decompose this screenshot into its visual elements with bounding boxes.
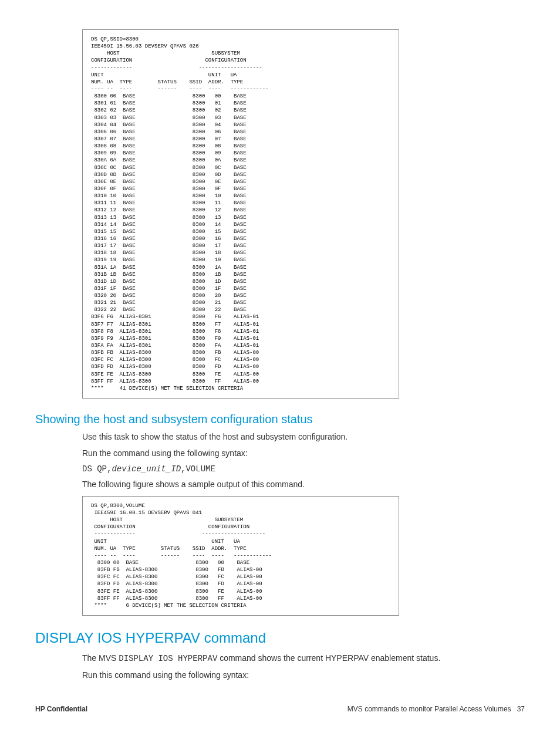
command-prefix: DS QP,	[82, 464, 112, 474]
para-use-task: Use this task to show the status of the …	[82, 431, 525, 443]
terminal-output-figure-1: DS QP,SSID=8300 IEE459I 15.56.03 DEVSERV…	[82, 29, 399, 399]
terminal-output-2: DS QP,8300,VOLUME IEE459I 16.00.15 DEVSE…	[91, 502, 390, 609]
section-heading-config-status: Showing the host and subsystem configura…	[35, 413, 525, 426]
footer-confidential: HP Confidential	[35, 705, 87, 713]
command-variable: device_unit_ID	[112, 464, 181, 474]
page-number: 37	[517, 705, 525, 713]
para-following-figure: The following figure shows a sample outp…	[82, 478, 525, 490]
terminal-output-figure-2: DS QP,8300,VOLUME IEE459I 16.00.15 DEVSE…	[82, 496, 399, 616]
terminal-output-1: DS QP,SSID=8300 IEE459I 15.56.03 DEVSERV…	[91, 36, 390, 392]
section-heading-display-ios: DISPLAY IOS HYPERPAV command	[35, 630, 525, 646]
inline-command: DISPLAY IOS HYPERPAV	[119, 654, 217, 663]
para-mvs-command: The MVS DISPLAY IOS HYPERPAV command sho…	[82, 652, 525, 664]
para-run-syntax: Run this command using the following syn…	[82, 669, 525, 681]
para-run-command: Run the command using the following synt…	[82, 447, 525, 459]
command-syntax-volume: DS QP,device_unit_ID,VOLUME	[82, 464, 525, 474]
page-footer: HP Confidential MVS commands to monitor …	[35, 705, 525, 713]
command-suffix: ,VOLUME	[181, 464, 215, 474]
footer-section-title: MVS commands to monitor Parallel Access …	[348, 705, 525, 713]
